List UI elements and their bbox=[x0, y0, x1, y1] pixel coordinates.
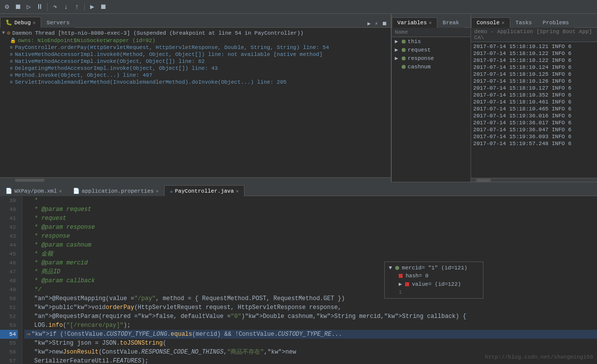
console-line: 2017-07-14 15:18:10.465 INFO 6 bbox=[473, 105, 595, 112]
console-hscroll[interactable] bbox=[471, 178, 597, 182]
servers-btn[interactable]: ▷ bbox=[24, 2, 34, 12]
line-num[interactable]: 48 bbox=[0, 276, 18, 285]
line-num[interactable]: 41 bbox=[0, 214, 18, 223]
frame-owns[interactable]: 🔒 owns: NioEndpoint$NioSocketWrapper (id… bbox=[0, 37, 391, 44]
tab-variables[interactable]: Variables ✕ bbox=[392, 17, 437, 28]
code-line[interactable]: * 金额 bbox=[24, 250, 597, 259]
line-num[interactable]: 57 bbox=[0, 357, 18, 364]
frame-2-icon: ≡ bbox=[10, 52, 13, 57]
step-return-btn[interactable]: ↑ bbox=[72, 2, 82, 12]
pause-btn[interactable]: ⏸ bbox=[35, 2, 45, 12]
line-num[interactable]: 54 bbox=[0, 330, 18, 339]
tab-app-props[interactable]: 📄 application.properties ✕ bbox=[67, 185, 164, 196]
debug-icon[interactable]: ⚙ bbox=[2, 2, 12, 12]
tab-pom[interactable]: 📄 WXPay/pom.xml ✕ bbox=[0, 185, 67, 196]
code-line[interactable]: * @param mercid bbox=[24, 259, 597, 267]
stop-btn[interactable]: ⏹ bbox=[13, 2, 23, 12]
line-num[interactable]: 44 bbox=[0, 241, 18, 250]
line-num[interactable]: 50 bbox=[0, 294, 18, 303]
line-num[interactable]: 56 bbox=[0, 348, 18, 357]
code-line[interactable]: * request bbox=[24, 214, 597, 223]
popup-expand-icon[interactable]: ▼ bbox=[389, 265, 392, 271]
code-line[interactable]: * @param response bbox=[24, 223, 597, 232]
console-scroll-thumb[interactable] bbox=[476, 179, 491, 182]
tab-tasks[interactable]: Tasks bbox=[510, 17, 537, 28]
thread-collapse[interactable]: ▼ bbox=[2, 30, 5, 36]
code-line[interactable]: */ bbox=[24, 285, 597, 294]
thread-item[interactable]: ▼ ⚙ Daemon Thread [http-nio-8080-exec-3]… bbox=[0, 29, 391, 37]
line-num[interactable]: 51 bbox=[0, 303, 18, 312]
debug-disconnect-btn[interactable]: ⚡ bbox=[373, 20, 380, 27]
frame-2[interactable]: ≡ NativeMethodAccessorImpl.invoke0(Metho… bbox=[0, 51, 391, 58]
step-over-btn[interactable]: ↷ bbox=[50, 2, 60, 12]
var-req-expand[interactable]: ▶ bbox=[395, 47, 400, 53]
var-request[interactable]: ▶ request bbox=[392, 46, 471, 54]
code-line[interactable]: LOG.info("[/rencare/pay]"); bbox=[24, 321, 597, 330]
code-line[interactable]: * @param request bbox=[24, 205, 597, 214]
frame-6[interactable]: ≡ ServletInvocableHandlerMethod(Invocabl… bbox=[0, 79, 391, 86]
frame-4[interactable]: ≡ DelegatingMethodAccessorImpl.invoke(Ob… bbox=[0, 65, 391, 72]
line-num[interactable]: 39 bbox=[0, 196, 18, 205]
frame-5[interactable]: ≡ Method.invoke(Object, Object...) line:… bbox=[0, 72, 391, 79]
tab-break[interactable]: Break bbox=[437, 17, 465, 28]
pom-close[interactable]: ✕ bbox=[59, 188, 62, 194]
var-tab-close[interactable]: ✕ bbox=[429, 20, 432, 26]
frame-3[interactable]: ≡ NativeMethodAccessorImpl.invoke(Object… bbox=[0, 58, 391, 65]
debug-scroll-thumb[interactable] bbox=[15, 179, 45, 182]
line-num[interactable]: 49 bbox=[0, 285, 18, 294]
popup-value-row[interactable]: ▶ value= (id=122) bbox=[389, 280, 479, 288]
popup-value-expand[interactable]: ▶ bbox=[399, 281, 402, 287]
line-num[interactable]: 45 bbox=[0, 250, 18, 259]
line-num[interactable]: 42 bbox=[0, 223, 18, 232]
debug-content[interactable]: ▼ ⚙ Daemon Thread [http-nio-8080-exec-3]… bbox=[0, 28, 391, 177]
tab-servers[interactable]: Servers bbox=[41, 17, 75, 28]
debug-close[interactable]: ✕ bbox=[33, 20, 36, 26]
tab-paycontroller[interactable]: ☕ PayController.java ✕ bbox=[164, 185, 244, 196]
var-this[interactable]: ▶ this bbox=[392, 37, 471, 46]
var-content[interactable]: ▶ this ▶ request ▶ response bbox=[392, 37, 471, 182]
var-this-expand[interactable]: ▶ bbox=[395, 38, 400, 45]
frame-1[interactable]: ≡ PayController.orderPay(HttpServletRequ… bbox=[0, 44, 391, 51]
line-num[interactable]: 40 bbox=[0, 205, 18, 214]
java-close[interactable]: ✕ bbox=[236, 188, 239, 194]
line-num[interactable]: 46 bbox=[0, 259, 18, 267]
step-into-btn[interactable]: ↓ bbox=[61, 2, 71, 12]
popup-hash-row[interactable]: hash= 0 bbox=[389, 272, 479, 280]
code-line[interactable]: * response bbox=[24, 232, 597, 241]
debug-stop-btn[interactable]: ⏹ bbox=[380, 20, 389, 27]
main-toolbar: ⚙ ⏹ ▷ ⏸ ↷ ↓ ↑ ▶ ⏹ bbox=[0, 0, 597, 14]
var-resp-expand[interactable]: ▶ bbox=[395, 55, 400, 61]
debug-resume-btn[interactable]: ▶ bbox=[366, 20, 372, 27]
line-num[interactable]: 55 bbox=[0, 339, 18, 348]
resume-btn[interactable]: ▶ bbox=[87, 2, 97, 12]
code-line[interactable]: * @param callback bbox=[24, 276, 597, 285]
console-line: 2017-07-14 15:18:10.352 INFO 6 bbox=[473, 92, 595, 99]
line-num[interactable]: 47 bbox=[0, 267, 18, 276]
line-num[interactable]: 43 bbox=[0, 232, 18, 241]
var-response[interactable]: ▶ response bbox=[392, 54, 471, 62]
tab-console[interactable]: Console ✕ bbox=[471, 17, 510, 28]
code-line[interactable]: * 商品ID bbox=[24, 267, 597, 276]
line-num[interactable]: 53 bbox=[0, 321, 18, 330]
line-num[interactable]: 52 bbox=[0, 312, 18, 321]
var-cashnum[interactable]: ▶ cashnum bbox=[392, 62, 471, 71]
code-line[interactable]: * bbox=[24, 196, 597, 205]
owns-icon: 🔒 bbox=[10, 38, 16, 44]
debug-hscroll[interactable] bbox=[0, 177, 391, 182]
popup-header-row[interactable]: ▼ mercid= "1" (id=121) bbox=[389, 264, 479, 272]
code-line[interactable]: "kw">public "kw">void orderPay(HttpServl… bbox=[24, 303, 597, 312]
tab-debug[interactable]: 🐛 Debug ✕ bbox=[0, 17, 41, 28]
code-line[interactable]: ⇒ "kw">if (!ConstValue.CUSTODY_TYPE_LONG… bbox=[24, 330, 597, 339]
props-close[interactable]: ✕ bbox=[156, 188, 159, 194]
code-line[interactable]: "an">@RequestMapping(value = "/pay", met… bbox=[24, 294, 597, 303]
console-content[interactable]: 2017-07-14 15:18:10.121 INFO 62017-07-14… bbox=[471, 42, 597, 178]
line-spacer bbox=[26, 267, 34, 276]
code-line[interactable]: * @param cashnum bbox=[24, 241, 597, 250]
code-content[interactable]: * * @param request * request * @param re… bbox=[22, 196, 597, 364]
terminate-btn[interactable]: ⏹ bbox=[98, 2, 108, 12]
tab-problems[interactable]: Problems bbox=[537, 17, 575, 28]
code-line[interactable]: "an">@RequestParam(required = "kw">false… bbox=[24, 312, 597, 321]
code-line[interactable]: "kw">String json = JSON.toJSONString( bbox=[24, 339, 597, 348]
console-tab-close[interactable]: ✕ bbox=[502, 20, 505, 26]
console-line: 2017-07-14 15:19:57.248 INFO 6 bbox=[473, 140, 595, 147]
